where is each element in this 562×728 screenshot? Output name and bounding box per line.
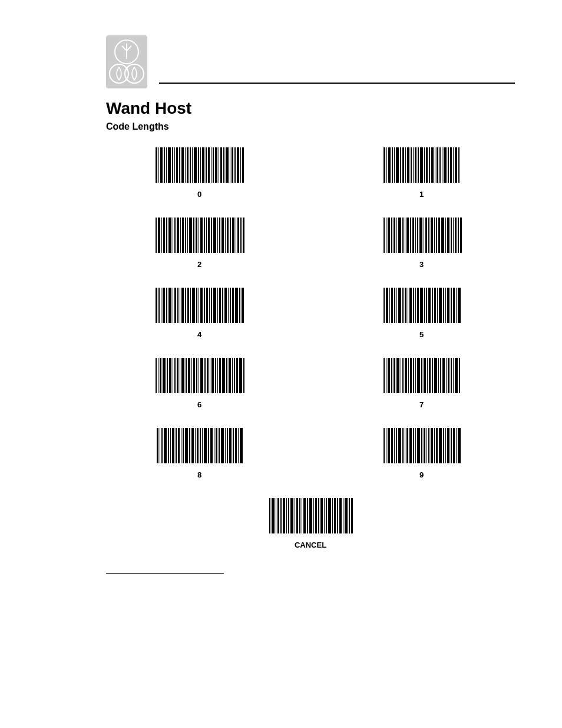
barcode-2 [153,216,247,258]
svg-rect-310 [434,428,435,463]
svg-rect-183 [424,288,425,323]
svg-rect-11 [164,147,165,183]
svg-rect-51 [407,147,409,183]
svg-rect-253 [446,358,447,393]
svg-rect-297 [398,428,401,463]
svg-rect-335 [309,498,312,533]
svg-rect-331 [299,498,300,533]
svg-rect-80 [180,218,181,253]
svg-rect-260 [160,428,160,463]
svg-rect-32 [219,147,219,183]
barcode-item-3: 3 [328,216,515,269]
svg-rect-315 [447,428,449,463]
svg-rect-256 [453,358,454,393]
svg-rect-284 [225,428,226,463]
svg-rect-337 [315,498,317,533]
svg-rect-99 [230,218,231,253]
svg-rect-190 [443,288,444,323]
barcode-label-6: 6 [197,400,201,409]
svg-rect-327 [288,498,289,533]
svg-rect-181 [417,288,419,323]
svg-rect-147 [187,288,189,323]
svg-rect-57 [424,147,425,183]
svg-rect-207 [181,358,184,393]
svg-rect-161 [224,288,227,323]
svg-rect-223 [226,358,227,393]
svg-rect-107 [388,218,390,253]
svg-rect-187 [434,288,436,323]
svg-rect-219 [215,358,216,393]
footer-divider [106,573,224,574]
svg-rect-257 [455,358,458,393]
svg-rect-334 [307,498,308,533]
svg-rect-164 [232,288,234,323]
svg-rect-344 [334,498,336,533]
svg-rect-94 [217,218,218,253]
svg-rect-128 [445,218,446,253]
svg-rect-214 [200,358,203,393]
svg-rect-171 [391,288,393,323]
svg-rect-276 [202,428,203,463]
svg-rect-247 [429,358,431,393]
svg-rect-312 [439,428,442,463]
svg-rect-218 [211,358,214,393]
svg-rect-350 [351,498,353,533]
barcode-label-8: 8 [197,470,201,479]
barcode-label-0: 0 [197,190,201,199]
svg-rect-142 [174,288,176,323]
svg-rect-199 [160,358,161,393]
barcode-item-0: 0 [106,146,293,199]
svg-rect-258 [459,358,460,393]
svg-rect-302 [413,428,414,463]
svg-rect-105 [384,218,385,253]
barcode-item-1: 1 [328,146,515,199]
barcode-1 [381,146,463,187]
svg-rect-244 [421,358,422,393]
svg-rect-82 [185,218,186,253]
barcode-label-2: 2 [197,260,201,269]
svg-rect-325 [283,498,285,533]
svg-rect-222 [222,358,225,393]
svg-rect-200 [163,358,166,393]
svg-rect-100 [232,218,234,253]
svg-rect-124 [434,218,435,253]
svg-rect-178 [409,288,412,323]
svg-rect-63 [439,147,441,183]
svg-rect-189 [439,288,442,323]
svg-rect-43 [386,147,387,183]
svg-rect-47 [396,147,399,183]
svg-rect-322 [276,498,276,533]
svg-rect-303 [415,428,416,463]
svg-rect-318 [456,428,457,463]
svg-rect-8 [156,147,157,183]
svg-rect-71 [156,218,157,253]
svg-rect-242 [415,358,416,393]
barcode-label-5: 5 [419,330,424,339]
svg-rect-314 [445,428,446,463]
svg-rect-163 [230,288,231,323]
svg-rect-248 [432,358,433,393]
svg-rect-68 [453,147,454,183]
svg-rect-134 [460,218,462,253]
barcode-6 [153,357,247,398]
svg-rect-298 [402,428,404,463]
svg-rect-213 [199,358,199,393]
svg-rect-138 [163,288,165,323]
svg-rect-336 [313,498,314,533]
svg-rect-61 [435,147,435,183]
svg-rect-154 [206,288,208,323]
svg-rect-39 [237,147,239,183]
svg-rect-341 [326,498,327,533]
svg-rect-35 [226,147,229,183]
svg-rect-195 [456,288,457,323]
svg-rect-316 [451,428,452,463]
svg-rect-116 [412,218,414,253]
svg-rect-14 [172,147,173,183]
svg-rect-280 [214,428,214,463]
svg-rect-261 [161,428,163,463]
svg-rect-42 [384,147,385,183]
svg-rect-106 [386,218,386,253]
svg-rect-188 [437,288,438,323]
svg-rect-67 [450,147,452,183]
svg-rect-237 [402,358,404,393]
